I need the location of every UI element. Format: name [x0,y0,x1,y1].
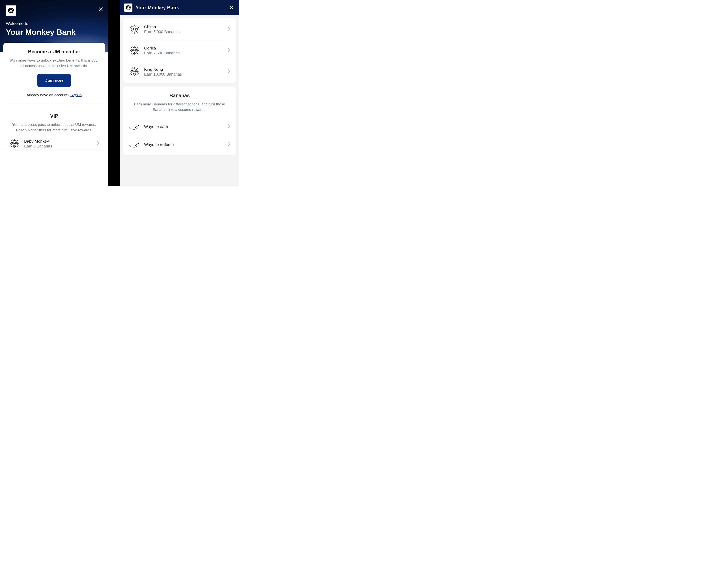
welcome-title: Your Monkey Bank [6,28,102,37]
close-icon [229,5,234,10]
monkey-sun-icon [129,45,140,56]
vip-card: VIP Your all access pass to unlock speci… [3,107,105,149]
monkey-sun-icon [129,24,140,35]
tier-icon [129,45,140,56]
chevron-right-icon [97,141,99,146]
welcome-eyebrow: Welcome to [6,21,102,26]
tier-icon [9,138,20,149]
details-title: Your Monkey Bank [136,5,225,11]
bananas-icon [129,141,140,148]
details-header: Your Monkey Bank [120,0,239,15]
bananas-card-subtitle: Earn more Bananas for different actions,… [129,101,230,112]
tier-icon [129,24,140,35]
tier-row-gorilla[interactable]: Gorilla Earn 7,500 Bananas [129,40,230,61]
tier-requirement: Earn 10,000 Bananas [144,72,223,77]
join-now-button[interactable]: Join now [37,74,71,87]
chevron-right-icon [227,26,230,32]
row-label: Ways to redeem [144,142,223,147]
ways-to-redeem-row[interactable]: Ways to redeem [129,136,230,153]
brand-logo [124,4,132,12]
member-card: Become a UM member With more ways to unl… [3,43,105,103]
tier-row-baby-monkey[interactable]: Baby Monkey Earn 0 Bananas [9,134,99,149]
tier-name: Chimp [144,25,223,29]
monkey-sun-icon [129,66,140,77]
sign-in-link[interactable]: Sign in [70,93,82,97]
tier-requirement: Earn 5,000 Bananas [144,30,223,34]
monkey-logo-icon [7,7,15,14]
close-button[interactable] [97,6,104,12]
vip-card-subtitle: Your all access pass to unlock special U… [9,122,99,133]
panel-divider [108,0,120,186]
welcome-panel: Welcome to Your Monkey Bank Become a UM … [0,0,108,186]
tiers-card: Chimp Earn 5,000 Bananas Gorilla Earn 7,… [123,18,236,83]
bananas-card-title: Bananas [129,93,230,98]
tier-row-chimp[interactable]: Chimp Earn 5,000 Bananas [129,19,230,40]
tier-name: Baby Monkey [24,139,92,143]
chevron-right-icon [227,69,230,74]
tier-name: Gorilla [144,46,223,50]
member-card-subtitle: With more ways to unlock exciting benefi… [9,58,99,68]
chevron-right-icon [227,142,230,147]
bananas-icon [129,123,140,130]
account-prompt: Already have an account? Sign in [9,93,99,97]
row-label: Ways to earn [144,124,223,129]
member-card-title: Become a UM member [9,49,99,55]
monkey-sun-icon [9,138,20,149]
vip-card-title: VIP [9,113,99,119]
details-panel: Your Monkey Bank Chimp Earn 5,000 Banana… [120,0,239,186]
chevron-right-icon [227,124,230,129]
account-prompt-text: Already have an account? [26,93,70,97]
bananas-card: Bananas Earn more Bananas for different … [123,86,236,155]
tier-icon [129,66,140,77]
trailing-whitespace [239,0,728,186]
monkey-logo-icon [125,4,131,11]
brand-logo [6,5,16,16]
chevron-right-icon [227,48,230,53]
close-icon [99,7,103,11]
tier-requirement: Earn 7,500 Bananas [144,51,223,55]
ways-to-earn-row[interactable]: Ways to earn [129,118,230,136]
tier-row-king-kong[interactable]: King Kong Earn 10,000 Bananas [129,61,230,82]
tier-requirement: Earn 0 Bananas [24,144,92,148]
tier-name: King Kong [144,67,223,72]
close-button[interactable] [228,4,235,11]
